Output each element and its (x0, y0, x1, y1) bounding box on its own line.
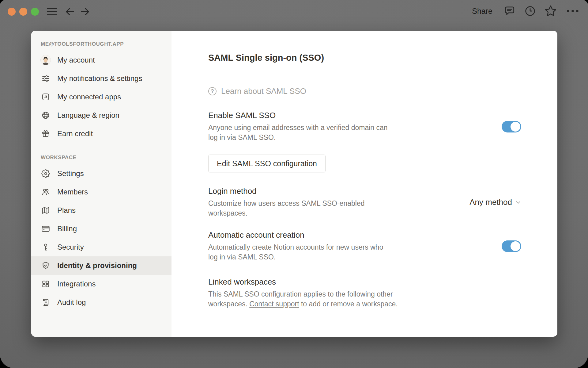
enable-saml-section: Enable SAML SSO Anyone using email addre… (208, 111, 521, 142)
sidebar-item-identity-provisioning[interactable]: Identity & provisioning (31, 256, 172, 275)
arrow-up-right-box-icon (41, 92, 51, 102)
sidebar-item-label: Audit log (57, 298, 86, 307)
settings-sidebar: ME@TOOLSFORTHOUGHT.APP My account (31, 31, 172, 337)
credit-card-icon (41, 224, 51, 234)
bottom-divider (208, 320, 521, 320)
sliders-icon (41, 74, 51, 83)
login-method-description: Customize how users access SAML SSO-enab… (208, 198, 384, 218)
sidebar-item-audit-log[interactable]: Audit log (31, 293, 172, 312)
sidebar-item-label: Members (57, 188, 88, 196)
sidebar-item-settings[interactable]: Settings (31, 164, 172, 183)
comment-icon[interactable] (503, 5, 516, 17)
sidebar-item-notifications-settings[interactable]: My notifications & settings (31, 69, 172, 88)
close-window-button[interactable] (8, 8, 16, 16)
sidebar-item-my-account[interactable]: My account (31, 51, 172, 69)
linked-workspaces-heading: Linked workspaces (208, 277, 521, 287)
zoom-window-button[interactable] (31, 8, 39, 16)
saml-settings-pane: SAML Single sign-on (SSO) ? Learn about … (172, 31, 557, 337)
gift-icon (41, 129, 51, 139)
window-toolbar-right: Share (472, 5, 580, 17)
title-divider (208, 73, 521, 73)
sidebar-item-label: Security (57, 243, 84, 251)
workspace-section-title: WORKSPACE (41, 155, 172, 161)
login-method-value: Any method (469, 197, 512, 207)
clock-icon[interactable] (524, 5, 536, 17)
login-method-dropdown[interactable]: Any method (469, 197, 521, 207)
help-circle-icon: ? (208, 87, 217, 95)
user-avatar (41, 55, 51, 65)
chevron-down-icon (515, 200, 521, 205)
sidebar-item-language-region[interactable]: Language & region (31, 106, 172, 125)
linked-workspaces-section: Linked workspaces This SAML SSO configur… (208, 277, 521, 309)
settings-modal: ME@TOOLSFORTHOUGHT.APP My account (31, 31, 557, 337)
account-section-title: ME@TOOLSFORTHOUGHT.APP (41, 41, 172, 47)
sidebar-item-billing[interactable]: Billing (31, 220, 172, 238)
auto-account-description: Automatically create Notion accounts for… (208, 242, 392, 262)
hamburger-menu-icon[interactable] (47, 7, 57, 16)
auto-account-toggle[interactable] (502, 240, 521, 252)
ellipsis-icon[interactable] (565, 5, 580, 17)
map-icon (41, 205, 51, 215)
members-icon (41, 187, 51, 197)
back-arrow-icon[interactable] (64, 6, 75, 17)
sidebar-item-label: Billing (57, 224, 77, 233)
key-icon (41, 242, 51, 252)
globe-icon (41, 110, 51, 120)
learn-about-saml-link[interactable]: ? Learn about SAML SSO (208, 86, 521, 96)
gear-icon (41, 169, 51, 178)
audit-log-icon (41, 297, 51, 307)
enable-saml-description: Anyone using email addresses with a veri… (208, 123, 394, 142)
enable-saml-toggle[interactable] (502, 121, 521, 132)
macos-window: Share ME@TOOLSFORTHOUGHT.APP (0, 0, 588, 368)
linked-workspaces-description: This SAML SSO configuration applies to t… (208, 289, 398, 309)
sidebar-item-label: Plans (57, 206, 76, 215)
auto-account-heading: Automatic account creation (208, 230, 392, 240)
sidebar-item-label: Settings (57, 169, 84, 178)
sidebar-item-label: Language & region (57, 111, 119, 120)
shield-check-icon (41, 261, 51, 270)
page-title: SAML Single sign-on (SSO) (208, 53, 521, 63)
learn-link-label: Learn about SAML SSO (221, 86, 306, 96)
minimize-window-button[interactable] (19, 8, 27, 16)
traffic-lights (8, 8, 39, 16)
sidebar-item-label: Integrations (57, 280, 96, 288)
auto-account-section: Automatic account creation Automatically… (208, 230, 521, 262)
sidebar-item-label: Earn credit (57, 129, 93, 138)
enable-saml-heading: Enable SAML SSO (208, 111, 394, 120)
share-button[interactable]: Share (472, 7, 495, 16)
sidebar-item-connected-apps[interactable]: My connected apps (31, 88, 172, 106)
sidebar-item-label: My connected apps (57, 93, 121, 101)
sidebar-item-earn-credit[interactable]: Earn credit (31, 125, 172, 143)
contact-support-link[interactable]: Contact support (249, 300, 299, 308)
star-icon[interactable] (545, 5, 557, 17)
login-method-heading: Login method (208, 186, 384, 196)
sidebar-item-security[interactable]: Security (31, 238, 172, 256)
sidebar-item-label: My notifications & settings (57, 74, 142, 83)
edit-saml-config-button[interactable]: Edit SAML SSO configuration (208, 155, 326, 172)
sidebar-item-plans[interactable]: Plans (31, 201, 172, 220)
sidebar-item-members[interactable]: Members (31, 183, 172, 201)
grid-icon (41, 279, 51, 289)
forward-arrow-icon[interactable] (80, 6, 91, 17)
login-method-section: Login method Customize how users access … (208, 186, 521, 218)
description-after-link: to add or remove a workspace. (299, 300, 398, 308)
sidebar-item-label: My account (57, 56, 95, 64)
toggle-knob (511, 241, 520, 251)
toggle-knob (511, 122, 520, 132)
sidebar-item-label: Identity & provisioning (57, 261, 137, 270)
sidebar-item-integrations[interactable]: Integrations (31, 275, 172, 293)
